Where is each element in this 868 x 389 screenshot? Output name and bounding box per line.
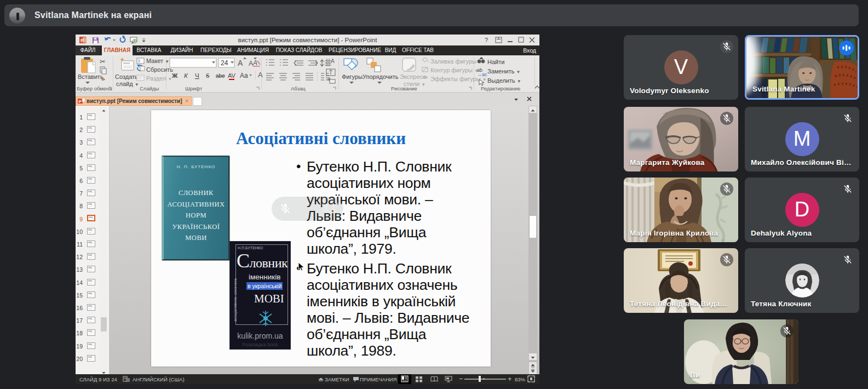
svg-text:AV: AV xyxy=(228,72,236,79)
svg-text:Ж: Ж xyxy=(171,72,178,79)
svg-text:К: К xyxy=(184,72,188,79)
svg-text:Рисование: Рисование xyxy=(391,85,417,91)
svg-text:abe: abe xyxy=(216,73,225,79)
svg-text:А: А xyxy=(258,71,263,79)
svg-text:Буфер обмена: Буфер обмена xyxy=(77,85,112,91)
svg-text:А: А xyxy=(252,59,257,67)
svg-text:Шрифт: Шрифт xyxy=(185,85,203,91)
svg-text:Создать: Создать xyxy=(115,73,138,80)
svg-text:✂: ✂ xyxy=(100,58,106,66)
svg-text:Слайды: Слайды xyxy=(140,85,159,91)
svg-text:Aa: Aa xyxy=(240,72,248,79)
svg-text:Найти: Найти xyxy=(487,59,504,65)
svg-text:Редактирование: Редактирование xyxy=(481,85,520,91)
svg-text:Выделить ▼: Выделить ▼ xyxy=(487,77,521,84)
svg-text:Заменить ▼: Заменить ▼ xyxy=(487,68,520,75)
svg-text:Вставить: Вставить xyxy=(78,73,104,80)
svg-text:Упорядочить: Упорядочить xyxy=(363,73,399,80)
svg-text:А: А xyxy=(331,58,335,64)
svg-text:→ac: →ac xyxy=(477,72,487,77)
svg-text:S: S xyxy=(206,72,209,79)
svg-text:P: P xyxy=(79,99,82,104)
svg-text:Макет ▼: Макет ▼ xyxy=(146,58,169,64)
svg-text:24: 24 xyxy=(221,59,228,67)
svg-text:Сбросить: Сбросить xyxy=(146,66,173,73)
svg-text:Ч: Ч xyxy=(195,72,199,79)
svg-text:?: ? xyxy=(485,37,488,43)
svg-text:А: А xyxy=(238,59,243,67)
svg-text:Контур фигуры ▼: Контур фигуры ▼ xyxy=(430,67,479,73)
svg-text:Фигуры: Фигуры xyxy=(342,73,363,80)
svg-text:Заливка фигуры ▼: Заливка фигуры ▼ xyxy=(430,58,482,65)
svg-text:Раздел ▼: Раздел ▼ xyxy=(146,75,172,82)
svg-text:слайд ▼: слайд ▼ xyxy=(116,81,139,87)
svg-text:А: А xyxy=(249,60,253,67)
svg-text:Абзац: Абзац xyxy=(291,85,306,91)
